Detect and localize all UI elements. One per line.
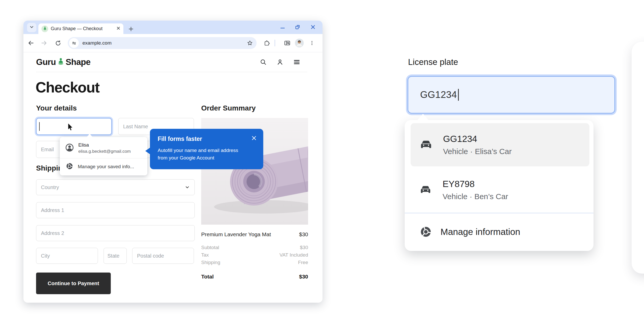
order-item-name: Premium Lavender Yoga Mat	[201, 231, 271, 238]
suggestion-name: Elisa	[78, 142, 131, 148]
reload-button[interactable]	[54, 39, 62, 47]
account-icon[interactable]	[276, 58, 284, 66]
active-tab[interactable]: Guru Shape — Checkout	[38, 23, 123, 34]
close-icon[interactable]	[251, 135, 257, 141]
extensions-icon[interactable]	[262, 39, 271, 47]
license-plate-input[interactable]: GG1234	[408, 76, 615, 114]
menu-beak	[417, 114, 429, 121]
window-close-button[interactable]	[309, 23, 317, 31]
car-icon	[419, 183, 432, 197]
guru-shape-favicon-icon	[41, 26, 48, 32]
country-select[interactable]: Country	[36, 179, 195, 195]
tax-label: Tax	[201, 252, 209, 258]
browser-menu-kebab-icon[interactable]	[308, 39, 316, 47]
city-field[interactable]	[36, 248, 98, 264]
chrome-icon	[420, 226, 432, 238]
profile-avatar[interactable]	[295, 39, 304, 47]
side-panel-search-icon[interactable]	[283, 39, 291, 47]
order-item-row: Premium Lavender Yoga Mat $30	[201, 231, 308, 238]
order-subtotal-row: Subtotal $30	[201, 245, 308, 250]
car-icon	[419, 138, 433, 152]
autofill-promo-popup: Fill forms faster Autofill your name and…	[150, 129, 263, 169]
country-placeholder: Country	[41, 184, 59, 190]
order-shipping-row: Shipping Free	[201, 260, 308, 265]
forward-button[interactable]	[40, 39, 48, 47]
license-plate-value: GG1234	[420, 89, 457, 100]
subtotal-value: $30	[300, 245, 308, 250]
total-label: Total	[201, 274, 214, 280]
text-caret	[458, 89, 459, 101]
order-summary-heading: Order Summary	[201, 104, 256, 112]
logo-text-guru: Guru	[36, 57, 56, 67]
desktop-canvas: Guru Shape — Checkout	[0, 0, 644, 322]
account-circle-icon	[65, 143, 74, 153]
chevron-down-icon	[30, 25, 34, 30]
site-header-logo[interactable]: Guru Shape	[36, 56, 90, 69]
subtotal-label: Subtotal	[201, 245, 219, 250]
browser-window: Guru Shape — Checkout	[23, 21, 323, 303]
suggestion-desc: Vehicle · Ben’s Car	[443, 192, 508, 201]
yoga-figure-logo-icon	[56, 57, 65, 67]
url-text[interactable]: example.com	[82, 40, 247, 46]
mouse-cursor	[67, 123, 73, 132]
suggestion-code: EY8798	[443, 179, 508, 189]
promo-title: Fill forms faster	[158, 135, 256, 142]
hamburger-menu-icon[interactable]	[293, 58, 301, 66]
manage-saved-info-label: Manage your saved info...	[78, 164, 134, 170]
license-plate-suggestion-menu: GG1234 Vehicle · Elisa’s Car EY8798 Vehi…	[405, 120, 594, 251]
address-bar[interactable]: example.com	[68, 37, 257, 49]
manage-saved-info-item[interactable]: Manage your saved info...	[60, 158, 147, 175]
shipping-value: Free	[298, 260, 308, 265]
adjacent-card-edge	[632, 42, 644, 274]
tab-search-button[interactable]	[27, 23, 36, 32]
menu-beak	[87, 134, 93, 137]
bookmark-star-icon[interactable]	[247, 40, 253, 46]
continue-to-payment-button[interactable]: Continue to Payment	[36, 273, 111, 294]
browser-toolbar: example.com	[23, 34, 323, 52]
license-plate-label: License plate	[408, 57, 458, 67]
suggestion-desc: Vehicle · Elisa’s Car	[443, 147, 512, 156]
suggestion-email: elisa.g.beckett@gmail.com	[78, 149, 131, 154]
suggestion-code: GG1234	[443, 134, 512, 144]
order-total-row: Total $30	[201, 274, 308, 280]
chevron-down-icon	[185, 185, 190, 190]
manage-information-item[interactable]: Manage information	[411, 217, 589, 246]
header-divider	[36, 72, 307, 72]
site-settings-icon[interactable]	[69, 38, 79, 48]
text-caret	[39, 122, 40, 131]
postal-code-field[interactable]	[132, 248, 194, 264]
address2-field[interactable]	[36, 225, 195, 241]
autofill-suggestion-menu: Elisa elisa.g.beckett@gmail.com Manage y…	[60, 137, 147, 175]
manage-information-label: Manage information	[440, 227, 520, 237]
back-button[interactable]	[27, 39, 35, 47]
order-item-price: $30	[299, 231, 308, 238]
vehicle-suggestion-2[interactable]: EY8798 Vehicle · Ben’s Car	[411, 171, 589, 209]
shipping-label: Shipping	[201, 260, 220, 265]
promo-body: Autofill your name and email address fro…	[158, 147, 248, 162]
tax-value: VAT Included	[279, 252, 308, 258]
total-value: $30	[299, 274, 308, 280]
promo-beak	[145, 147, 150, 155]
first-name-field[interactable]	[36, 118, 112, 135]
tab-title: Guru Shape — Checkout	[51, 26, 116, 31]
logo-text-shape: Shape	[66, 57, 91, 67]
tab-strip: Guru Shape — Checkout	[23, 21, 323, 34]
new-tab-button[interactable]	[127, 25, 135, 33]
address1-field[interactable]	[36, 202, 195, 218]
window-restore-button[interactable]	[293, 23, 302, 31]
page-title: Checkout	[36, 79, 99, 96]
vehicle-suggestion-1[interactable]: GG1234 Vehicle · Elisa’s Car	[411, 123, 589, 166]
autofill-suggestion-elisa[interactable]: Elisa elisa.g.beckett@gmail.com	[60, 137, 147, 158]
your-details-heading: Your details	[36, 104, 77, 112]
state-field[interactable]	[104, 248, 127, 264]
chrome-icon	[66, 163, 73, 171]
tab-close-icon[interactable]	[116, 26, 120, 31]
toolbar-separator	[275, 40, 275, 46]
search-icon[interactable]	[259, 58, 267, 66]
window-minimize-button[interactable]	[278, 23, 287, 31]
order-tax-row: Tax VAT Included	[201, 252, 308, 258]
menu-divider	[405, 213, 594, 213]
